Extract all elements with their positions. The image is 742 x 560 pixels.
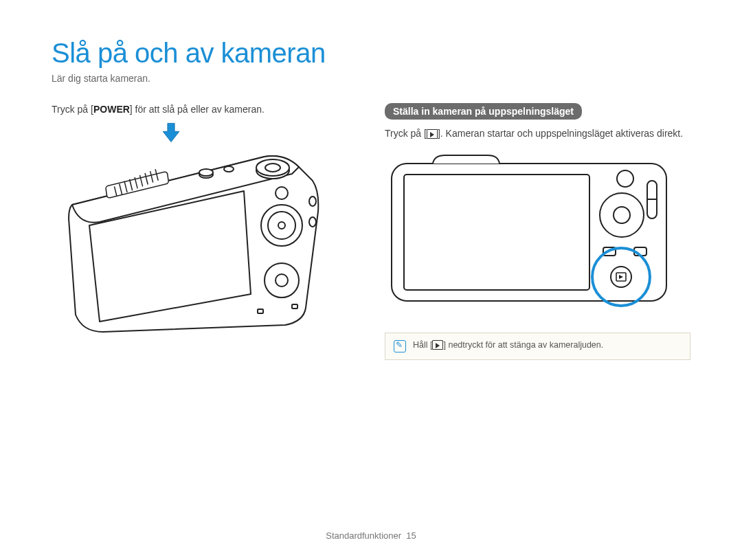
power-instruction: Tryck på [POWER] för att slå på eller av… [52, 103, 357, 117]
svg-point-32 [614, 207, 630, 223]
svg-point-12 [224, 166, 234, 172]
instr-post: ] för att slå på eller av kameran. [130, 104, 265, 115]
playback-icon [427, 129, 438, 139]
svg-rect-27 [404, 175, 589, 290]
right-column: Ställa in kameran på uppspelningsläget T… [385, 103, 690, 360]
instr-bold: POWER [93, 104, 130, 115]
svg-point-11 [199, 169, 213, 176]
note-text: Håll [] nedtryckt för att stänga av kame… [413, 340, 603, 350]
page-subtitle: Lär dig starta kameran. [52, 73, 690, 84]
playback-instruction: Tryck på []. Kameran startar och uppspel… [385, 126, 690, 140]
para-pre: Tryck på [ [385, 128, 427, 139]
note-pre: Håll [ [413, 340, 432, 350]
svg-point-22 [309, 197, 316, 206]
two-column-layout: Tryck på [POWER] för att slå på eller av… [52, 103, 690, 360]
svg-point-23 [309, 217, 316, 227]
left-column: Tryck på [POWER] för att slå på eller av… [52, 103, 357, 360]
section-heading-pill: Ställa in kameran på uppspelningsläget [385, 103, 582, 120]
arrow-down-icon [159, 121, 183, 144]
svg-point-21 [276, 274, 288, 287]
para-post: ]. Kameran startar och uppspelningsläget… [438, 128, 683, 139]
svg-point-28 [617, 170, 633, 187]
note-post: ] nedtryckt för att stänga av kameraljud… [443, 340, 603, 350]
svg-point-18 [278, 222, 285, 229]
playback-icon [432, 340, 443, 350]
page-title: Slå på och av kameran [52, 38, 690, 69]
svg-rect-24 [258, 309, 263, 313]
svg-rect-25 [292, 304, 297, 309]
footer-page-number: 15 [406, 530, 416, 541]
note-box: Håll [] nedtryckt för att stänga av kame… [385, 333, 690, 360]
svg-point-15 [265, 164, 280, 172]
footer-label: Standardfunktioner [326, 530, 401, 541]
camera-rear-illustration [385, 150, 673, 308]
camera-perspective-illustration [52, 150, 347, 335]
svg-point-19 [276, 187, 288, 199]
note-icon [394, 340, 406, 352]
instr-pre: Tryck på [ [52, 104, 93, 115]
page-footer: Standardfunktioner 15 [0, 530, 742, 541]
